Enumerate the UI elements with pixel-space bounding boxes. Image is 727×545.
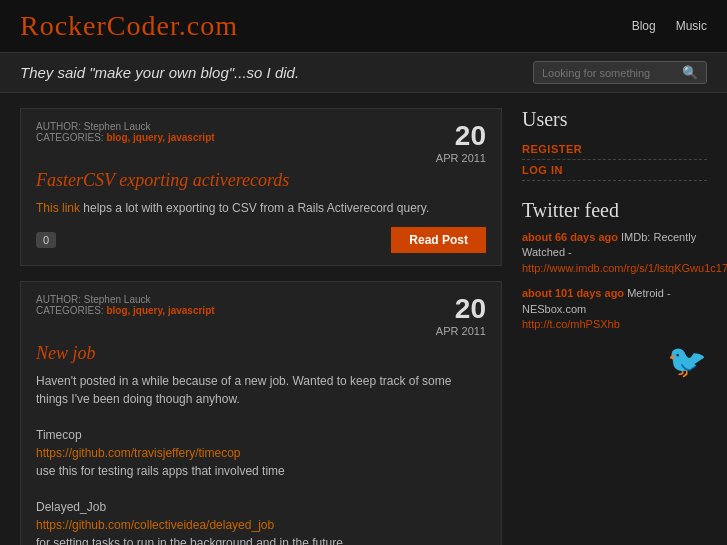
main-nav: Blog Music [632, 19, 707, 33]
nav-music[interactable]: Music [676, 19, 707, 33]
post-1-meta: AUTHOR: Stephen Lauck CATEGORIES: blog, … [36, 121, 486, 164]
post-2-delayed-url[interactable]: https://github.com/collectiveidea/delaye… [36, 518, 274, 532]
tweet-1-time: about 66 days ago [522, 231, 618, 243]
post-1-month-year: APR 2011 [436, 152, 486, 164]
login-link[interactable]: LOG IN [522, 160, 707, 181]
post-2-content: Haven't posted in a while because of a n… [36, 372, 486, 545]
post-1-author-label: AUTHOR: Stephen Lauck [36, 121, 215, 132]
post-2-date: 20 APR 2011 [436, 294, 486, 337]
search-icon[interactable]: 🔍 [682, 65, 698, 80]
post-2-title: New job [36, 343, 486, 364]
tweet-2-url[interactable]: http://t.co/mhPSXhb [522, 318, 620, 330]
post-1-date: 20 APR 2011 [436, 121, 486, 164]
post-2-intro: Haven't posted in a while because of a n… [36, 372, 486, 408]
post-2-timecop-url[interactable]: https://github.com/travisjeffery/timecop [36, 446, 241, 460]
twitter-section: Twitter feed about 66 days ago IMDb: Rec… [522, 199, 707, 380]
tweet-1: about 66 days ago IMDb: Recently Watched… [522, 230, 707, 276]
post-1-author-info: AUTHOR: Stephen Lauck CATEGORIES: blog, … [36, 121, 215, 143]
post-1-day: 20 [455, 120, 486, 151]
post-1-footer: 0 Read Post [36, 227, 486, 253]
twitter-bird-icon: 🐦 [522, 342, 707, 380]
tweet-2: about 101 days ago Metroid - NESbox.com … [522, 286, 707, 332]
post-2-day: 20 [455, 293, 486, 324]
main-layout: AUTHOR: Stephen Lauck CATEGORIES: blog, … [0, 93, 727, 545]
users-title: Users [522, 108, 707, 131]
post-1-title: FasterCSV exporting activerecords [36, 170, 486, 191]
post-2-categories: blog, jquery, javascript [106, 305, 214, 316]
tagline-bar: They said "make your own blog"...so I di… [0, 53, 727, 93]
post-2: AUTHOR: Stephen Lauck CATEGORIES: blog, … [20, 281, 502, 545]
post-2-meta: AUTHOR: Stephen Lauck CATEGORIES: blog, … [36, 294, 486, 337]
post-1-categories-label: CATEGORIES: blog, jquery, javascript [36, 132, 215, 143]
post-2-author-label: AUTHOR: Stephen Lauck [36, 294, 215, 305]
post-1-read-button[interactable]: Read Post [391, 227, 486, 253]
nav-blog[interactable]: Blog [632, 19, 656, 33]
tweet-2-time: about 101 days ago [522, 287, 624, 299]
tagline: They said "make your own blog"...so I di… [20, 64, 299, 81]
site-logo: RockerCoder.com [20, 10, 238, 42]
sidebar: Users REGISTER LOG IN Twitter feed about… [522, 108, 707, 545]
post-2-author: Stephen Lauck [84, 294, 151, 305]
post-1-categories: blog, jquery, javascript [106, 132, 214, 143]
post-2-delayed-desc: for setting tasks to run in the backgrou… [36, 534, 486, 545]
post-1-link[interactable]: This link [36, 201, 80, 215]
post-1-author: Stephen Lauck [84, 121, 151, 132]
post-2-delayed-label: Delayed_Job [36, 498, 486, 516]
post-2-timecop-desc: use this for testing rails apps that inv… [36, 462, 486, 480]
content-area: AUTHOR: Stephen Lauck CATEGORIES: blog, … [20, 108, 502, 545]
post-2-timecop-label: Timecop [36, 426, 486, 444]
tweet-1-url[interactable]: http://www.imdb.com/rg/s/1/lstqKGwu1c17A… [522, 262, 727, 274]
post-1-comment-count: 0 [36, 232, 56, 248]
post-2-author-info: AUTHOR: Stephen Lauck CATEGORIES: blog, … [36, 294, 215, 316]
post-1-content: This link helps a lot with exporting to … [36, 199, 486, 217]
search-input[interactable] [542, 67, 682, 79]
post-1-text: helps a lot with exporting to CSV from a… [80, 201, 429, 215]
site-header: RockerCoder.com Blog Music [0, 0, 727, 53]
users-section: Users REGISTER LOG IN [522, 108, 707, 181]
post-2-categories-label: CATEGORIES: blog, jquery, javascript [36, 305, 215, 316]
post-2-month-year: APR 2011 [436, 325, 486, 337]
twitter-title: Twitter feed [522, 199, 707, 222]
post-1: AUTHOR: Stephen Lauck CATEGORIES: blog, … [20, 108, 502, 266]
register-link[interactable]: REGISTER [522, 139, 707, 160]
search-box: 🔍 [533, 61, 707, 84]
